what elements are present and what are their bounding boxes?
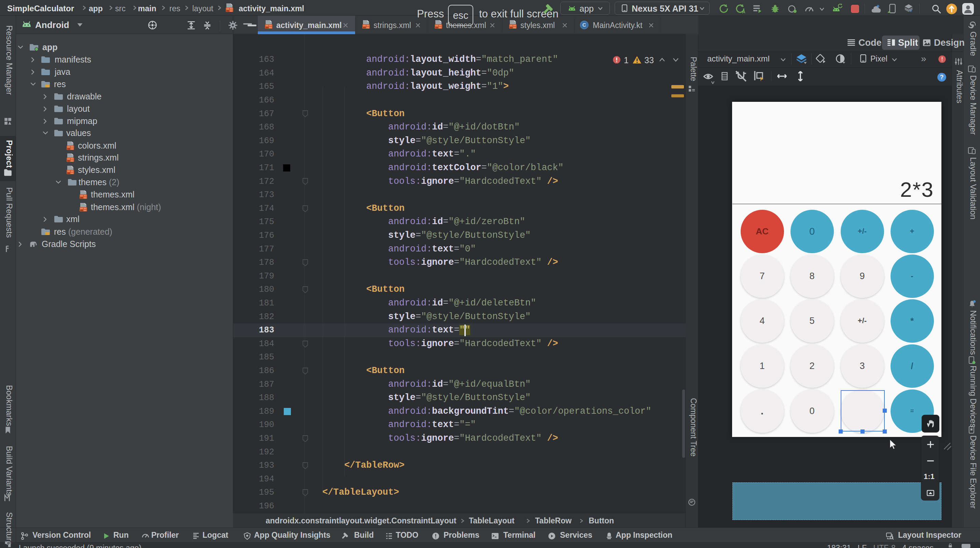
svg-text:C: C xyxy=(582,22,586,28)
svg-text:A: A xyxy=(742,9,745,14)
svg-text:?: ? xyxy=(940,74,944,81)
